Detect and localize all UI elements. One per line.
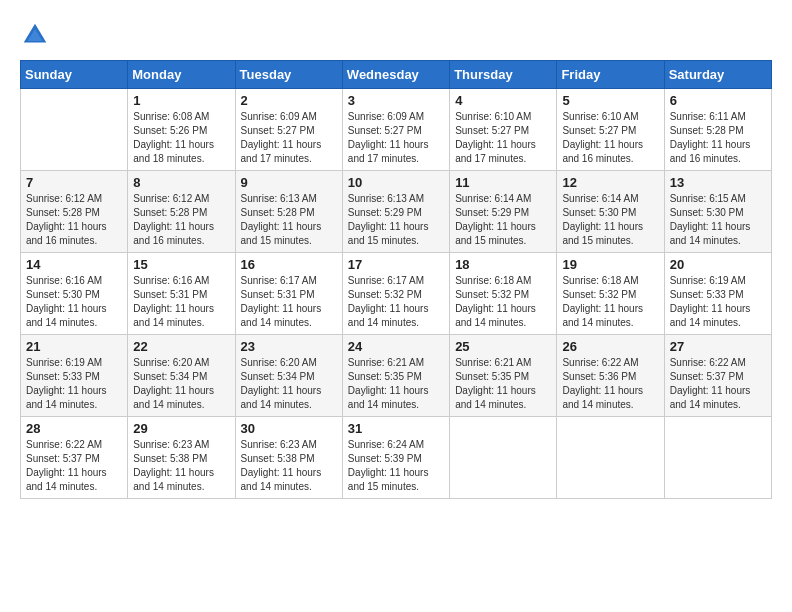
- calendar-cell: 6Sunrise: 6:11 AMSunset: 5:28 PMDaylight…: [664, 89, 771, 171]
- calendar-cell: 17Sunrise: 6:17 AMSunset: 5:32 PMDayligh…: [342, 253, 449, 335]
- calendar-week-row: 14Sunrise: 6:16 AMSunset: 5:30 PMDayligh…: [21, 253, 772, 335]
- day-number: 28: [26, 421, 122, 436]
- day-number: 18: [455, 257, 551, 272]
- day-number: 25: [455, 339, 551, 354]
- calendar-cell: 8Sunrise: 6:12 AMSunset: 5:28 PMDaylight…: [128, 171, 235, 253]
- day-number: 4: [455, 93, 551, 108]
- day-info: Sunrise: 6:15 AMSunset: 5:30 PMDaylight:…: [670, 192, 766, 248]
- calendar-cell: 24Sunrise: 6:21 AMSunset: 5:35 PMDayligh…: [342, 335, 449, 417]
- day-info: Sunrise: 6:09 AMSunset: 5:27 PMDaylight:…: [348, 110, 444, 166]
- day-number: 10: [348, 175, 444, 190]
- day-number: 3: [348, 93, 444, 108]
- day-info: Sunrise: 6:17 AMSunset: 5:32 PMDaylight:…: [348, 274, 444, 330]
- calendar-cell: [557, 417, 664, 499]
- weekday-header: Monday: [128, 61, 235, 89]
- day-info: Sunrise: 6:19 AMSunset: 5:33 PMDaylight:…: [670, 274, 766, 330]
- day-number: 19: [562, 257, 658, 272]
- day-info: Sunrise: 6:09 AMSunset: 5:27 PMDaylight:…: [241, 110, 337, 166]
- day-info: Sunrise: 6:20 AMSunset: 5:34 PMDaylight:…: [133, 356, 229, 412]
- calendar-week-row: 7Sunrise: 6:12 AMSunset: 5:28 PMDaylight…: [21, 171, 772, 253]
- calendar-cell: 31Sunrise: 6:24 AMSunset: 5:39 PMDayligh…: [342, 417, 449, 499]
- calendar-header-row: SundayMondayTuesdayWednesdayThursdayFrid…: [21, 61, 772, 89]
- day-number: 24: [348, 339, 444, 354]
- calendar-cell: 15Sunrise: 6:16 AMSunset: 5:31 PMDayligh…: [128, 253, 235, 335]
- calendar-cell: 20Sunrise: 6:19 AMSunset: 5:33 PMDayligh…: [664, 253, 771, 335]
- calendar-cell: 16Sunrise: 6:17 AMSunset: 5:31 PMDayligh…: [235, 253, 342, 335]
- weekday-header: Saturday: [664, 61, 771, 89]
- day-info: Sunrise: 6:23 AMSunset: 5:38 PMDaylight:…: [241, 438, 337, 494]
- weekday-header: Sunday: [21, 61, 128, 89]
- calendar-cell: 13Sunrise: 6:15 AMSunset: 5:30 PMDayligh…: [664, 171, 771, 253]
- day-number: 17: [348, 257, 444, 272]
- day-info: Sunrise: 6:11 AMSunset: 5:28 PMDaylight:…: [670, 110, 766, 166]
- logo: [20, 20, 54, 50]
- day-number: 21: [26, 339, 122, 354]
- day-number: 8: [133, 175, 229, 190]
- calendar-cell: 23Sunrise: 6:20 AMSunset: 5:34 PMDayligh…: [235, 335, 342, 417]
- calendar-cell: 12Sunrise: 6:14 AMSunset: 5:30 PMDayligh…: [557, 171, 664, 253]
- calendar-cell: 21Sunrise: 6:19 AMSunset: 5:33 PMDayligh…: [21, 335, 128, 417]
- day-info: Sunrise: 6:16 AMSunset: 5:31 PMDaylight:…: [133, 274, 229, 330]
- weekday-header: Friday: [557, 61, 664, 89]
- calendar-cell: [21, 89, 128, 171]
- day-info: Sunrise: 6:08 AMSunset: 5:26 PMDaylight:…: [133, 110, 229, 166]
- day-number: 6: [670, 93, 766, 108]
- calendar-cell: 3Sunrise: 6:09 AMSunset: 5:27 PMDaylight…: [342, 89, 449, 171]
- day-info: Sunrise: 6:12 AMSunset: 5:28 PMDaylight:…: [26, 192, 122, 248]
- calendar-cell: 29Sunrise: 6:23 AMSunset: 5:38 PMDayligh…: [128, 417, 235, 499]
- calendar-cell: 10Sunrise: 6:13 AMSunset: 5:29 PMDayligh…: [342, 171, 449, 253]
- calendar-cell: 19Sunrise: 6:18 AMSunset: 5:32 PMDayligh…: [557, 253, 664, 335]
- calendar-cell: 27Sunrise: 6:22 AMSunset: 5:37 PMDayligh…: [664, 335, 771, 417]
- day-number: 12: [562, 175, 658, 190]
- day-info: Sunrise: 6:21 AMSunset: 5:35 PMDaylight:…: [348, 356, 444, 412]
- day-info: Sunrise: 6:16 AMSunset: 5:30 PMDaylight:…: [26, 274, 122, 330]
- day-number: 14: [26, 257, 122, 272]
- day-number: 7: [26, 175, 122, 190]
- calendar-cell: 18Sunrise: 6:18 AMSunset: 5:32 PMDayligh…: [450, 253, 557, 335]
- weekday-header: Tuesday: [235, 61, 342, 89]
- day-info: Sunrise: 6:18 AMSunset: 5:32 PMDaylight:…: [455, 274, 551, 330]
- calendar-cell: 11Sunrise: 6:14 AMSunset: 5:29 PMDayligh…: [450, 171, 557, 253]
- day-info: Sunrise: 6:14 AMSunset: 5:29 PMDaylight:…: [455, 192, 551, 248]
- calendar-cell: 28Sunrise: 6:22 AMSunset: 5:37 PMDayligh…: [21, 417, 128, 499]
- day-info: Sunrise: 6:17 AMSunset: 5:31 PMDaylight:…: [241, 274, 337, 330]
- day-info: Sunrise: 6:19 AMSunset: 5:33 PMDaylight:…: [26, 356, 122, 412]
- day-number: 27: [670, 339, 766, 354]
- page-header: [20, 20, 772, 50]
- day-info: Sunrise: 6:23 AMSunset: 5:38 PMDaylight:…: [133, 438, 229, 494]
- day-number: 26: [562, 339, 658, 354]
- calendar-cell: 9Sunrise: 6:13 AMSunset: 5:28 PMDaylight…: [235, 171, 342, 253]
- day-number: 22: [133, 339, 229, 354]
- day-info: Sunrise: 6:14 AMSunset: 5:30 PMDaylight:…: [562, 192, 658, 248]
- day-number: 29: [133, 421, 229, 436]
- day-number: 23: [241, 339, 337, 354]
- day-info: Sunrise: 6:12 AMSunset: 5:28 PMDaylight:…: [133, 192, 229, 248]
- day-number: 1: [133, 93, 229, 108]
- day-info: Sunrise: 6:10 AMSunset: 5:27 PMDaylight:…: [455, 110, 551, 166]
- day-number: 2: [241, 93, 337, 108]
- day-number: 16: [241, 257, 337, 272]
- day-info: Sunrise: 6:24 AMSunset: 5:39 PMDaylight:…: [348, 438, 444, 494]
- weekday-header: Thursday: [450, 61, 557, 89]
- day-number: 13: [670, 175, 766, 190]
- calendar-week-row: 1Sunrise: 6:08 AMSunset: 5:26 PMDaylight…: [21, 89, 772, 171]
- calendar-cell: 1Sunrise: 6:08 AMSunset: 5:26 PMDaylight…: [128, 89, 235, 171]
- calendar-week-row: 28Sunrise: 6:22 AMSunset: 5:37 PMDayligh…: [21, 417, 772, 499]
- calendar-week-row: 21Sunrise: 6:19 AMSunset: 5:33 PMDayligh…: [21, 335, 772, 417]
- day-info: Sunrise: 6:22 AMSunset: 5:36 PMDaylight:…: [562, 356, 658, 412]
- calendar-cell: 14Sunrise: 6:16 AMSunset: 5:30 PMDayligh…: [21, 253, 128, 335]
- calendar-cell: 30Sunrise: 6:23 AMSunset: 5:38 PMDayligh…: [235, 417, 342, 499]
- day-info: Sunrise: 6:10 AMSunset: 5:27 PMDaylight:…: [562, 110, 658, 166]
- day-number: 31: [348, 421, 444, 436]
- calendar-cell: 25Sunrise: 6:21 AMSunset: 5:35 PMDayligh…: [450, 335, 557, 417]
- day-number: 15: [133, 257, 229, 272]
- calendar-cell: [664, 417, 771, 499]
- calendar-cell: 5Sunrise: 6:10 AMSunset: 5:27 PMDaylight…: [557, 89, 664, 171]
- day-number: 30: [241, 421, 337, 436]
- calendar-table: SundayMondayTuesdayWednesdayThursdayFrid…: [20, 60, 772, 499]
- calendar-cell: [450, 417, 557, 499]
- day-info: Sunrise: 6:22 AMSunset: 5:37 PMDaylight:…: [26, 438, 122, 494]
- day-info: Sunrise: 6:18 AMSunset: 5:32 PMDaylight:…: [562, 274, 658, 330]
- day-info: Sunrise: 6:13 AMSunset: 5:28 PMDaylight:…: [241, 192, 337, 248]
- calendar-cell: 26Sunrise: 6:22 AMSunset: 5:36 PMDayligh…: [557, 335, 664, 417]
